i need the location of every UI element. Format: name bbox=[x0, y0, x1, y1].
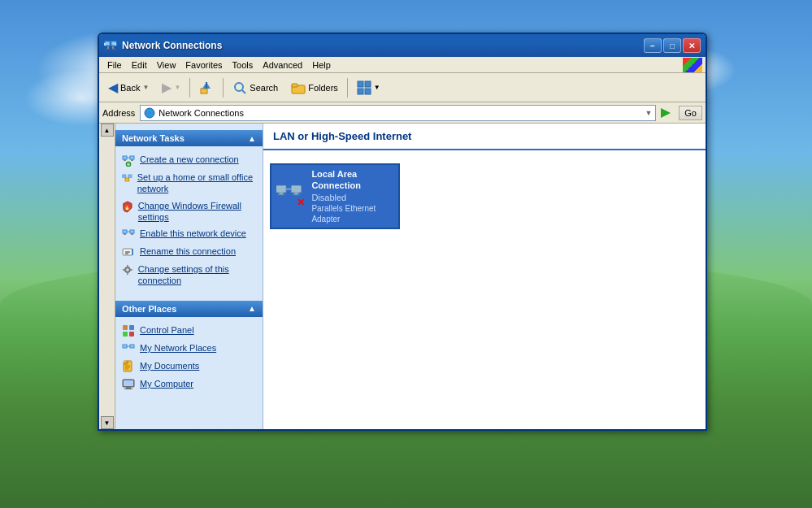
setup-network-item[interactable]: Set up a home or small office network bbox=[119, 169, 259, 198]
menu-favorites[interactable]: Favorites bbox=[180, 59, 227, 71]
enable-device-item[interactable]: Enable this network device bbox=[119, 225, 259, 243]
back-label: Back bbox=[120, 83, 140, 93]
forward-button[interactable]: ▶ ▼ bbox=[156, 76, 186, 98]
window-title: Network Connections bbox=[122, 40, 644, 51]
change-settings-icon bbox=[122, 263, 133, 276]
svg-rect-48 bbox=[123, 325, 128, 330]
svg-rect-63 bbox=[126, 387, 131, 389]
enable-device-icon bbox=[122, 228, 135, 241]
network-tasks-items: + Create a new connection Set up a home … bbox=[115, 150, 263, 291]
menu-view[interactable]: View bbox=[152, 59, 181, 71]
svg-rect-41 bbox=[132, 249, 133, 255]
toolbar-separator-1 bbox=[189, 78, 190, 98]
scroll-up[interactable]: ▲ bbox=[101, 124, 114, 137]
back-button[interactable]: ◀ Back ▼ bbox=[102, 76, 154, 98]
address-icon: 🌐 bbox=[144, 107, 155, 119]
search-button[interactable]: Search bbox=[227, 77, 284, 98]
firewall-item[interactable]: 🔥 Change Windows Firewall settings bbox=[119, 198, 259, 226]
svg-rect-45 bbox=[127, 273, 128, 276]
folders-button[interactable]: Folders bbox=[285, 77, 344, 98]
network-tasks-header[interactable]: Network Tasks ▲ bbox=[115, 130, 263, 146]
toolbar: ◀ Back ▼ ▶ ▼ bbox=[99, 73, 706, 102]
network-tasks-chevron: ▲ bbox=[248, 134, 256, 143]
setup-network-icon bbox=[122, 172, 132, 185]
svg-rect-51 bbox=[129, 332, 134, 336]
menu-help[interactable]: Help bbox=[307, 59, 336, 71]
svg-rect-53 bbox=[130, 345, 134, 348]
connection-status: Disabled bbox=[311, 192, 393, 203]
create-connection-label: Create a new connection bbox=[140, 154, 239, 165]
network-places-item[interactable]: My Network Places bbox=[119, 340, 259, 358]
desktop: Network Connections − □ ✕ File Edit View… bbox=[0, 0, 812, 508]
toolbar-separator-2 bbox=[223, 78, 224, 98]
left-panel: Network Tasks ▲ + bbox=[115, 124, 263, 429]
other-places-chevron: ▲ bbox=[248, 304, 256, 313]
svg-rect-37 bbox=[131, 233, 133, 235]
local-area-connection-icon bbox=[276, 180, 305, 211]
svg-rect-34 bbox=[130, 230, 134, 233]
menu-edit[interactable]: Edit bbox=[127, 59, 152, 71]
svg-rect-70 bbox=[292, 187, 300, 193]
forward-arrow-icon: ▶ bbox=[162, 80, 172, 95]
up-button[interactable] bbox=[193, 77, 219, 98]
svg-rect-4 bbox=[107, 46, 109, 49]
control-panel-item[interactable]: Control Panel bbox=[119, 322, 259, 340]
search-label: Search bbox=[250, 83, 278, 93]
svg-rect-30 bbox=[128, 175, 132, 177]
network-places-label: My Network Places bbox=[140, 342, 216, 354]
titlebar-buttons: − □ ✕ bbox=[644, 38, 701, 53]
local-area-connection-item[interactable]: Local Area Connection Disabled Parallels… bbox=[270, 163, 400, 229]
network-places-icon bbox=[122, 342, 135, 355]
svg-rect-47 bbox=[130, 269, 132, 271]
menu-bar: File Edit View Favorites Tools Advanced … bbox=[99, 57, 706, 73]
scroll-strip: ▲ ▼ bbox=[99, 124, 115, 429]
svg-marker-21 bbox=[661, 108, 671, 118]
network-connections-window: Network Connections − □ ✕ File Edit View… bbox=[98, 33, 707, 431]
svg-rect-52 bbox=[123, 345, 127, 348]
folders-icon bbox=[291, 80, 306, 95]
address-bar: Address 🌐 Network Connections ▼ Go bbox=[99, 102, 706, 124]
rename-connection-item[interactable]: Rename this connection bbox=[119, 243, 259, 261]
change-settings-item[interactable]: Change settings of this connection bbox=[119, 261, 259, 289]
close-button[interactable]: ✕ bbox=[683, 38, 701, 53]
menu-advanced[interactable]: Advanced bbox=[258, 59, 307, 71]
my-documents-item[interactable]: My Documents bbox=[119, 358, 259, 376]
scroll-track[interactable] bbox=[101, 137, 114, 416]
menu-tools[interactable]: Tools bbox=[228, 59, 258, 71]
go-button[interactable]: Go bbox=[679, 106, 702, 120]
svg-rect-3 bbox=[115, 43, 116, 46]
svg-rect-44 bbox=[127, 265, 128, 267]
svg-rect-68 bbox=[278, 195, 284, 196]
svg-rect-16 bbox=[365, 81, 371, 87]
connection-adapter: Parallels Ethernet Adapter bbox=[311, 203, 393, 224]
svg-text:+: + bbox=[127, 162, 130, 167]
svg-rect-1 bbox=[104, 43, 106, 46]
maximize-button[interactable]: □ bbox=[663, 38, 681, 53]
svg-rect-25 bbox=[124, 159, 126, 161]
forward-dropdown-icon: ▼ bbox=[174, 84, 180, 91]
views-button[interactable]: ▼ bbox=[351, 77, 386, 98]
create-connection-item[interactable]: + Create a new connection bbox=[119, 151, 259, 169]
address-field[interactable]: 🌐 Network Connections ▼ bbox=[140, 105, 656, 121]
toolbar-separator-3 bbox=[347, 78, 348, 98]
svg-rect-15 bbox=[358, 81, 363, 87]
svg-text:🔥: 🔥 bbox=[124, 203, 131, 211]
minimize-button[interactable]: − bbox=[644, 38, 662, 53]
address-value: Network Connections bbox=[158, 108, 244, 118]
menu-file[interactable]: File bbox=[102, 59, 127, 71]
back-arrow-icon: ◀ bbox=[108, 80, 118, 95]
svg-rect-31 bbox=[125, 178, 129, 181]
title-bar: Network Connections − □ ✕ bbox=[99, 34, 706, 57]
control-panel-label: Control Panel bbox=[140, 324, 194, 336]
lan-section-header: LAN or High-Speed Internet bbox=[263, 124, 706, 150]
go-arrow-icon bbox=[658, 105, 674, 121]
windows-logo bbox=[683, 58, 702, 72]
my-computer-item[interactable]: My Computer bbox=[119, 376, 259, 393]
svg-rect-14 bbox=[292, 84, 297, 87]
folders-label: Folders bbox=[308, 83, 338, 93]
address-dropdown[interactable]: ▼ bbox=[645, 109, 652, 117]
other-places-header[interactable]: Other Places ▲ bbox=[115, 301, 263, 317]
connection-text: Local Area Connection Disabled Parallels… bbox=[311, 168, 393, 224]
scroll-down[interactable]: ▼ bbox=[101, 416, 114, 429]
svg-rect-36 bbox=[124, 233, 126, 235]
